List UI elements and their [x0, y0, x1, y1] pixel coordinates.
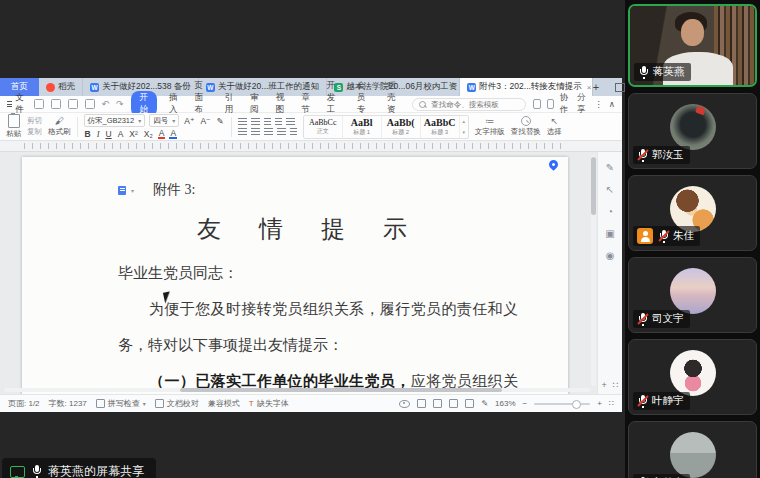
- edit-mode-icon[interactable]: ✎: [481, 399, 488, 408]
- wps-window: 首页稻壳W关于做好202...538 备份W关于做好20...班工作的通知S越本…: [0, 78, 622, 412]
- indent-icon[interactable]: [275, 118, 282, 125]
- save-icon[interactable]: [34, 99, 44, 109]
- spell-check-toggle[interactable]: 拼写检查▾: [96, 398, 146, 409]
- wps-ribbon: 粘贴 剪切 复制 🖌 格式刷 仿宋_GB2312▾ 四号▾ A⁺ A⁻: [0, 113, 622, 141]
- zoom-out-button[interactable]: −: [523, 399, 528, 408]
- align-left-icon[interactable]: [238, 128, 247, 135]
- expand-icon[interactable]: ∷: [613, 380, 619, 390]
- select-button[interactable]: ↖ 选择: [547, 117, 562, 137]
- participant-name: 郭汝玉: [652, 148, 684, 162]
- style-gallery-scroll[interactable]: ▴▾: [460, 116, 468, 138]
- collab-icon[interactable]: [547, 99, 554, 109]
- participant-namebar: 富梦真: [633, 474, 690, 478]
- participant-avatar: [670, 186, 716, 232]
- style-3[interactable]: AaBbC标题 3: [421, 116, 460, 138]
- bold-button[interactable]: B: [84, 129, 92, 139]
- copy-button[interactable]: 复制: [27, 127, 42, 137]
- line-spacing-icon[interactable]: [286, 118, 295, 125]
- participant-avatar: [670, 432, 716, 478]
- grow-font-button[interactable]: A⁺: [183, 116, 195, 126]
- paste-button[interactable]: 粘贴: [6, 114, 21, 139]
- font-color-button[interactable]: A: [169, 129, 177, 139]
- horizontal-scrollbar[interactable]: [4, 388, 590, 392]
- writer-doc-icon: W: [467, 83, 476, 92]
- align-right-icon[interactable]: [264, 128, 273, 135]
- shading-icon[interactable]: [290, 128, 297, 135]
- undo-icon[interactable]: ↶: [102, 99, 110, 109]
- cloud-sync-icon[interactable]: [533, 99, 540, 109]
- fullscreen-icon[interactable]: ∷: [609, 399, 614, 408]
- read-view-icon[interactable]: [465, 399, 474, 408]
- font-size-select[interactable]: 四号▾: [149, 114, 179, 127]
- bullet-list-icon[interactable]: [238, 118, 247, 125]
- participant-tile-1[interactable]: 郭汝玉: [628, 93, 757, 169]
- print-icon[interactable]: [51, 99, 61, 109]
- subscript-button[interactable]: X₂: [143, 129, 154, 139]
- command-search[interactable]: [412, 98, 526, 111]
- participant-tile-4[interactable]: 叶静宇: [628, 339, 757, 415]
- missing-font-button[interactable]: T 缺失字体: [249, 398, 289, 409]
- window-tab-1[interactable]: 稻壳: [39, 78, 83, 96]
- participants-sidebar[interactable]: 蒋英燕郭汝玉朱佳司文宇叶静宇富梦真: [625, 0, 760, 478]
- find-replace-button[interactable]: 查找替换: [511, 116, 541, 137]
- export-icon[interactable]: [85, 99, 95, 109]
- page-view-icon[interactable]: [417, 399, 426, 408]
- document-page[interactable]: ▾ 附件 3: 友 情 提 示 毕业生党员同志：为便于您及时接转党员组织关系，履…: [22, 157, 568, 394]
- proof-icon[interactable]: ▣: [605, 228, 614, 239]
- superscript-button[interactable]: X²: [128, 129, 139, 139]
- participant-tile-0[interactable]: 蒋英燕: [628, 4, 757, 87]
- proofread-icon: [155, 399, 164, 408]
- font-name-select[interactable]: 仿宋_GB2312▾: [84, 114, 146, 127]
- mic-icon: [638, 66, 649, 79]
- strikethrough-button[interactable]: A: [117, 129, 125, 139]
- cut-button[interactable]: 剪切: [27, 116, 42, 126]
- outline-view-icon[interactable]: [449, 399, 458, 408]
- italic-button[interactable]: I: [96, 129, 101, 139]
- select-cursor-icon: ↖: [550, 117, 558, 126]
- paste-label: 粘贴: [6, 129, 21, 139]
- zoom-level[interactable]: 163%: [495, 399, 515, 408]
- format-painter-button[interactable]: 🖌 格式刷: [48, 117, 71, 137]
- highlight-color-button[interactable]: A: [158, 129, 166, 139]
- select-tool-icon[interactable]: ↖: [606, 184, 614, 195]
- participant-tile-5[interactable]: 富梦真: [628, 421, 757, 478]
- typeset-button[interactable]: ≔ 文字排版: [475, 117, 505, 137]
- screen-share-icon: [10, 466, 25, 478]
- number-list-icon[interactable]: [251, 118, 260, 125]
- search-input[interactable]: [429, 99, 519, 110]
- eye-protect-icon[interactable]: [399, 400, 410, 408]
- participant-tile-2[interactable]: 朱佳: [628, 175, 757, 251]
- word-count[interactable]: 字数: 1237: [49, 398, 87, 409]
- proofread-toggle[interactable]: 文档校对: [155, 398, 199, 409]
- redo-icon[interactable]: ↷: [116, 99, 124, 109]
- compat-mode-label: 兼容模式: [208, 398, 240, 409]
- zoom-slider[interactable]: [534, 403, 590, 405]
- revision-bookmark-icon[interactable]: [118, 186, 126, 195]
- justify-icon[interactable]: [277, 128, 286, 135]
- vertical-scrollbar[interactable]: [591, 155, 596, 386]
- style-2[interactable]: AaBb(标题 2: [382, 116, 421, 138]
- more-menu-icon[interactable]: ⋮: [594, 99, 603, 109]
- timer-icon[interactable]: ◔: [607, 206, 613, 217]
- participant-tile-3[interactable]: 司文宇: [628, 257, 757, 333]
- underline-button[interactable]: U: [104, 129, 112, 139]
- shrink-font-button[interactable]: A⁻: [199, 116, 211, 126]
- text-effects-icon[interactable]: ✎: [216, 116, 225, 126]
- share-banner: 蒋英燕的屏幕共享: [2, 458, 156, 478]
- annotate-pen-icon[interactable]: ✎: [606, 162, 614, 173]
- style-1[interactable]: AaBl标题 1: [343, 116, 382, 138]
- layout-icon[interactable]: [615, 83, 625, 92]
- collapse-ribbon-icon[interactable]: ∧: [609, 99, 615, 109]
- format-painter-icon: 🖌: [55, 117, 64, 126]
- tab-label: 稻壳: [58, 81, 75, 93]
- outdent-icon[interactable]: [264, 118, 271, 125]
- horizontal-ruler[interactable]: [0, 141, 622, 152]
- web-view-icon[interactable]: [433, 399, 442, 408]
- host-badge-icon: [637, 228, 653, 244]
- print-preview-icon[interactable]: [68, 99, 78, 109]
- align-center-icon[interactable]: [251, 128, 260, 135]
- zoom-in-button[interactable]: +: [597, 399, 602, 408]
- style-0[interactable]: AaBbCc正文: [304, 116, 343, 138]
- zoom-plus-icon[interactable]: +: [602, 380, 607, 390]
- settings-icon[interactable]: ◉: [606, 250, 615, 261]
